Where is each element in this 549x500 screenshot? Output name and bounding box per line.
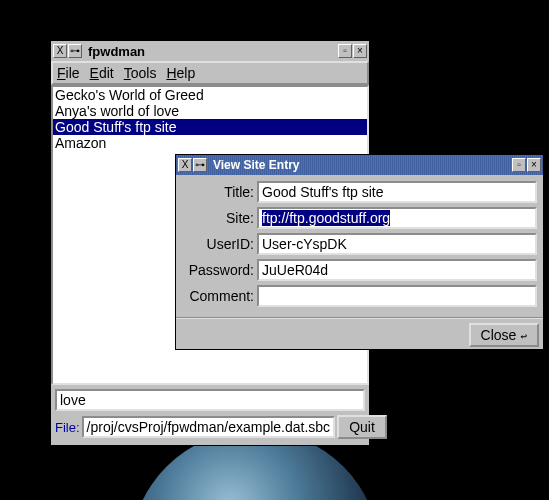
password-input[interactable]: JuUeR04d [257,259,537,281]
title-label: Title: [182,184,257,200]
main-title: fpwdman [84,44,336,59]
menu-edit[interactable]: Edit [90,65,114,81]
list-item[interactable]: Good Stuff's ftp site [53,119,367,135]
userid-input[interactable]: User-cYspDK [257,233,537,255]
site-label: Site: [182,210,257,226]
window-menu-icon[interactable]: X [53,44,67,58]
view-site-dialog: X ⊶ View Site Entry ▫ × Title: Good Stuf… [175,154,544,350]
userid-label: UserID: [182,236,257,252]
quit-button[interactable]: Quit [337,415,387,439]
file-path-input[interactable]: /proj/cvsProj/fpwdman/example.dat.sbc [82,416,336,438]
menu-tools[interactable]: Tools [124,65,157,81]
title-input[interactable]: Good Stuff's ftp site [257,181,537,203]
close-button[interactable]: Close↩ [469,323,539,347]
file-label: File: [55,420,80,435]
site-input[interactable]: ftp://ftp.goodstuff.org [257,207,537,229]
main-titlebar[interactable]: X ⊶ fpwdman ▫ × [51,41,369,61]
search-input[interactable]: love [55,389,365,411]
menubar: File Edit Tools Help [51,61,369,85]
list-item[interactable]: Gecko's World of Greed [53,87,367,103]
list-item[interactable]: Amazon [53,135,367,151]
pin-icon[interactable]: ⊶ [68,44,82,58]
return-icon: ↩ [520,330,527,343]
dialog-titlebar[interactable]: X ⊶ View Site Entry ▫ × [176,155,543,175]
comment-label: Comment: [182,288,257,304]
comment-input[interactable] [257,285,537,307]
dialog-title: View Site Entry [209,158,510,172]
window-menu-icon[interactable]: X [178,158,192,172]
minimize-icon[interactable]: ▫ [512,158,526,172]
close-icon[interactable]: × [353,44,367,58]
menu-help[interactable]: Help [166,65,195,81]
pin-icon[interactable]: ⊶ [193,158,207,172]
password-label: Password: [182,262,257,278]
minimize-icon[interactable]: ▫ [338,44,352,58]
list-item[interactable]: Anya's world of love [53,103,367,119]
menu-file[interactable]: File [57,65,80,81]
close-icon[interactable]: × [527,158,541,172]
